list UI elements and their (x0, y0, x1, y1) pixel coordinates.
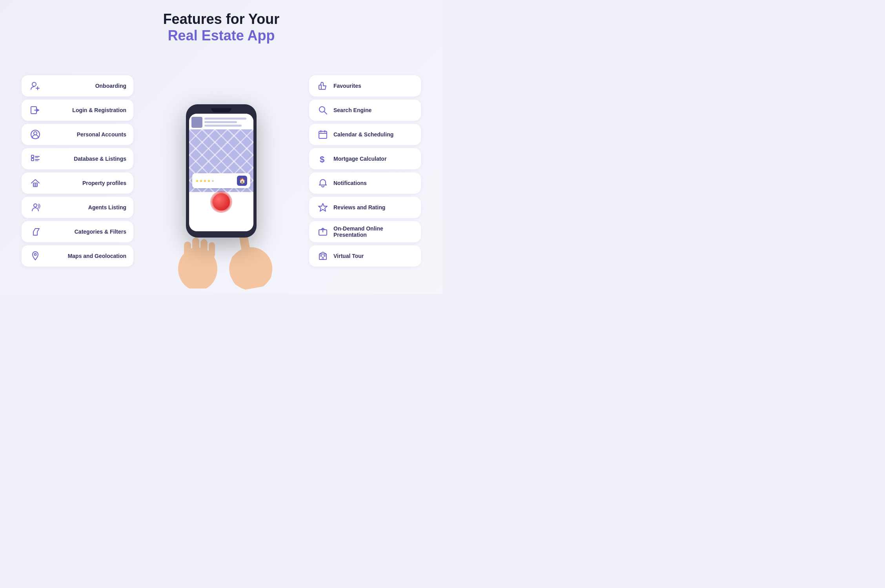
header-title-line1: Features for Your (163, 11, 280, 27)
red-button[interactable] (211, 192, 231, 212)
agent-icon (29, 201, 42, 214)
phone-notch (211, 108, 231, 112)
favourites-label: Favourites (333, 83, 414, 89)
property-profiles-label: Property profiles (46, 180, 126, 186)
center-phone-area: ★ ★ ★ ★ ★ 🏠 (133, 57, 309, 285)
phone-listing-card: ★ ★ ★ ★ ★ 🏠 (192, 173, 250, 188)
bell-icon (316, 176, 330, 190)
onboarding-label: Onboarding (46, 83, 126, 89)
svg-rect-7 (31, 155, 34, 158)
feature-card-notifications: Notifications (309, 172, 421, 194)
svg-rect-43 (324, 255, 325, 256)
dollar-icon: $ (316, 152, 330, 165)
notifications-label: Notifications (333, 180, 414, 186)
svg-rect-24 (209, 242, 215, 258)
search-engine-label: Search Engine (333, 107, 414, 113)
phone-map: ★ ★ ★ ★ ★ 🏠 (189, 129, 253, 192)
star-4: ★ (207, 179, 211, 183)
svg-point-25 (226, 244, 275, 293)
categories-label: Categories & Filters (46, 229, 126, 235)
main-content: Onboarding Login & Registration (0, 48, 442, 294)
feature-card-database: Database & Listings (22, 148, 133, 169)
login-label: Login & Registration (46, 107, 126, 113)
home-icon-badge: 🏠 (237, 176, 247, 186)
home-grid-icon (29, 176, 42, 190)
search-icon (316, 103, 330, 117)
mortgage-label: Mortgage Calculator (333, 156, 414, 162)
star-1: ★ (195, 179, 199, 183)
phone-screen: ★ ★ ★ ★ ★ 🏠 (189, 114, 253, 231)
svg-rect-26 (229, 254, 273, 287)
svg-rect-42 (320, 255, 322, 256)
phone-device: ★ ★ ★ ★ ★ 🏠 (186, 104, 257, 238)
svg-line-32 (324, 111, 327, 114)
header: Features for Your Real Estate App (163, 0, 280, 44)
personal-accounts-label: Personal Accounts (46, 131, 126, 138)
feature-card-mortgage: $ Mortgage Calculator (309, 148, 421, 169)
svg-point-0 (32, 82, 36, 86)
feature-card-calendar: Calendar & Scheduling (309, 124, 421, 145)
star-2: ★ (199, 179, 203, 183)
database-label: Database & Listings (46, 156, 126, 162)
phone-line-1 (204, 118, 246, 120)
feature-card-presentation: On-Demand Online Presentation (309, 221, 421, 242)
maps-label: Maps and Geolocation (46, 253, 126, 259)
feature-card-search-engine: Search Engine (309, 100, 421, 121)
phone-lines (204, 117, 251, 127)
right-features-column: Favourites Search Engine (309, 75, 431, 267)
svg-rect-41 (319, 254, 326, 260)
person-circle-icon (29, 128, 42, 141)
feature-card-reviews: Reviews and Rating (309, 197, 421, 218)
reviews-label: Reviews and Rating (333, 204, 414, 211)
phone-line-3 (204, 125, 242, 127)
svg-text:$: $ (320, 154, 324, 164)
thumb-up-icon (316, 79, 330, 93)
feature-card-personal-accounts: Personal Accounts (22, 124, 133, 145)
star-3: ★ (203, 179, 207, 183)
star-icon (316, 201, 330, 214)
presentation-label: On-Demand Online Presentation (333, 225, 414, 238)
upload-box-icon (316, 225, 330, 238)
feature-card-virtual-tour: Virtual Tour (309, 245, 421, 267)
svg-point-18 (35, 254, 36, 256)
svg-rect-20 (182, 253, 213, 285)
svg-point-19 (178, 247, 217, 289)
login-icon (29, 103, 42, 117)
feature-card-property-profiles: Property profiles (22, 172, 133, 194)
svg-rect-22 (192, 238, 199, 257)
svg-rect-33 (319, 131, 327, 138)
svg-marker-17 (33, 229, 39, 235)
svg-point-16 (34, 204, 37, 207)
phone-top-content (189, 114, 253, 129)
left-features-column: Onboarding Login & Registration (12, 75, 133, 267)
header-title-line2: Real Estate App (163, 27, 280, 44)
star-5: ★ (211, 179, 215, 183)
feature-card-favourites: Favourites (309, 75, 421, 96)
svg-rect-23 (200, 239, 208, 258)
phone-mockup-wrapper: ★ ★ ★ ★ ★ 🏠 (186, 104, 257, 238)
svg-marker-38 (319, 203, 327, 211)
svg-point-6 (34, 132, 37, 135)
calendar-label: Calendar & Scheduling (333, 131, 414, 138)
virtual-tour-label: Virtual Tour (333, 253, 414, 259)
building-icon (316, 249, 330, 263)
stars-area: ★ ★ ★ ★ ★ (195, 179, 215, 183)
svg-rect-8 (31, 158, 34, 161)
pin-icon (29, 249, 42, 263)
svg-point-29 (231, 254, 242, 263)
agents-label: Agents Listing (46, 204, 126, 211)
phone-image-placeholder (191, 117, 202, 128)
svg-point-30 (253, 250, 263, 260)
svg-rect-21 (184, 241, 191, 259)
calendar-icon (316, 128, 330, 141)
filter-icon (29, 225, 42, 238)
phone-line-2 (204, 121, 237, 123)
page-wrapper: Features for Your Real Estate App Onboar… (0, 0, 442, 294)
feature-card-agents: Agents Listing (22, 197, 133, 218)
feature-card-login: Login & Registration (22, 100, 133, 121)
grid-list-icon (29, 152, 42, 165)
feature-card-maps: Maps and Geolocation (22, 245, 133, 267)
user-plus-icon (29, 79, 42, 93)
feature-card-categories: Categories & Filters (22, 221, 133, 242)
feature-card-onboarding: Onboarding (22, 75, 133, 96)
